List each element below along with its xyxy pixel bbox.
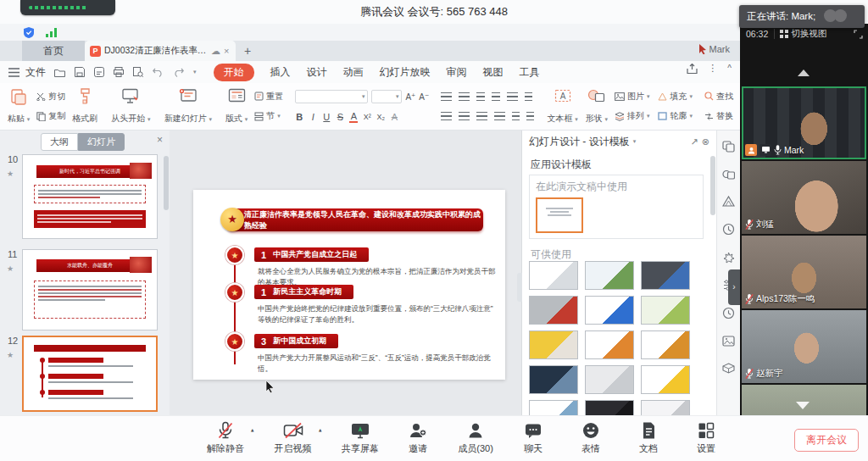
increase-font-button[interactable]: A⁺ [405, 92, 415, 102]
close-panel-icon[interactable]: × [157, 134, 163, 146]
slide-thumbnail[interactable]: 水能载舟、亦能覆舟 [22, 249, 158, 330]
tab-home[interactable]: 首页 [22, 41, 85, 61]
template-thumbnail[interactable] [529, 365, 578, 394]
slide-thumbnail[interactable]: 新时代，习近平总书记强调 [22, 154, 158, 239]
members-button[interactable]: 成员(30) [457, 421, 494, 455]
cut-button[interactable]: 剪切 [36, 91, 65, 103]
menu-tab-tools[interactable]: 工具 [520, 65, 540, 80]
template-thumbnail[interactable] [641, 296, 690, 325]
chat-button[interactable]: 聊天 [515, 421, 552, 455]
outline-button[interactable]: 轮廓 ▾ [658, 110, 693, 122]
docs-button[interactable]: 文档 [630, 421, 667, 455]
redo-icon[interactable] [173, 68, 184, 77]
align-center-icon[interactable] [459, 112, 470, 120]
expand-panel-icon[interactable] [854, 30, 863, 39]
collapse-strip-handle[interactable]: › [728, 269, 740, 305]
text-direction-icon[interactable] [525, 92, 532, 101]
switch-view-button[interactable]: 切换视图 [775, 28, 832, 40]
ruler-tool-icon[interactable] [722, 196, 735, 207]
scroll-down-arrow[interactable] [796, 402, 810, 409]
slide-thumbnail-selected[interactable] [22, 336, 158, 412]
more-options-icon[interactable]: ⋮ [708, 63, 717, 74]
emoji-button[interactable]: 表情 [572, 421, 609, 455]
align-right-icon[interactable] [476, 112, 487, 120]
template-thumbnail[interactable] [585, 365, 634, 394]
menu-tab-slideshow[interactable]: 幻灯片放映 [380, 65, 431, 80]
template-thumbnail[interactable] [529, 400, 578, 415]
subscript-button[interactable]: X₂ [376, 113, 385, 121]
align-left-icon[interactable] [441, 112, 452, 120]
font-size-select[interactable]: ▾ [371, 90, 402, 103]
template-thumbnail[interactable] [585, 261, 634, 290]
template-thumbnail[interactable] [529, 261, 578, 290]
new-slide-button[interactable]: 新建幻灯片 ▾ [164, 86, 213, 126]
strikethrough-button[interactable]: S [336, 112, 344, 122]
share-icon[interactable] [687, 64, 698, 74]
bold-button[interactable]: B [295, 112, 303, 122]
template-thumbnail[interactable] [529, 296, 578, 325]
textbox-button[interactable]: A 文本框 ▾ [546, 86, 578, 126]
selection-pane-icon[interactable] [722, 141, 735, 153]
slide-title-banner[interactable]: 清正廉洁作表率是党领导人民在革命、建设和改革成功实践中积累的成熟经验 [227, 208, 483, 231]
print-preview-icon[interactable] [133, 67, 143, 77]
panel-resize-handle[interactable] [517, 273, 522, 302]
section-button[interactable]: 节 ▾ [254, 110, 283, 122]
align-text-icon[interactable] [526, 112, 534, 120]
template-thumbnail[interactable] [641, 400, 690, 415]
menu-tab-review[interactable]: 审阅 [447, 65, 467, 80]
template-thumbnail[interactable] [585, 296, 634, 325]
picture-button[interactable]: 图片 ▾ [615, 91, 650, 103]
close-tab-icon[interactable]: × [224, 46, 229, 56]
quickbar-caret-icon[interactable]: ▾ [193, 69, 197, 75]
panel-dropdown-icon[interactable]: ▾ [633, 138, 637, 145]
scroll-up-arrow[interactable] [798, 69, 810, 76]
video-tile[interactable]: 赵新宇 [742, 310, 866, 383]
menu-tab-design[interactable]: 设计 [307, 65, 327, 80]
template-thumbnail[interactable] [585, 330, 634, 359]
menu-tab-insert[interactable]: 插入 [270, 65, 291, 80]
play-from-start-button[interactable]: 从头开始 ▾ [110, 86, 151, 126]
print-icon[interactable] [114, 67, 124, 77]
increase-indent-icon[interactable] [492, 92, 500, 101]
paste-button[interactable]: 粘贴 ▾ [7, 86, 31, 126]
fill-button[interactable]: 填充 ▾ [658, 91, 693, 103]
video-tile[interactable]: Alps173陈一鸣 [742, 236, 866, 308]
mic-options-caret-icon[interactable]: ▾ [251, 427, 254, 434]
justify-icon[interactable] [494, 112, 505, 120]
item-3-body[interactable]: 中国共产党大力开展整风运动和“三反”、“五反”运动，提高党员干部政治觉悟。 [258, 353, 497, 375]
save-icon[interactable] [75, 67, 85, 77]
shapes-button[interactable]: 形状 ▾ [585, 86, 609, 126]
arrange-button[interactable]: 排列 ▾ [615, 110, 650, 122]
tab-document[interactable]: P DJ0032清正廉洁作表率.pptx ☁ × [85, 41, 236, 61]
menu-tab-animation[interactable]: 动画 [343, 65, 364, 80]
share-screen-button[interactable]: 共享屏幕 [342, 421, 379, 455]
video-options-caret-icon[interactable]: ▾ [319, 427, 322, 434]
slides-scrollbar[interactable] [164, 156, 169, 210]
image-pane-icon[interactable] [722, 336, 735, 347]
superscript-button[interactable]: X² [363, 113, 371, 121]
template-thumbnail[interactable] [641, 261, 690, 290]
collapse-ribbon-icon[interactable]: ^ [727, 64, 732, 73]
font-name-select[interactable]: ▾ [295, 90, 368, 103]
video-tile[interactable]: 刘猛 [742, 161, 866, 234]
bullet-list-icon[interactable] [441, 92, 452, 101]
video-tile-mark[interactable]: Mark [742, 86, 866, 159]
template-thumbnail[interactable] [641, 365, 690, 394]
copy-button[interactable]: 复制 [36, 110, 65, 122]
replace-button[interactable]: 替换 [704, 110, 733, 122]
current-template-thumbnail[interactable] [536, 197, 583, 233]
slide-canvas[interactable]: 清正廉洁作表率是党领导人民在革命、建设和改革成功实践中积累的成熟经验 ★ ★ 1… [170, 131, 521, 415]
popout-icon[interactable]: ↗ [691, 136, 698, 147]
history-icon[interactable] [722, 307, 735, 319]
open-folder-icon[interactable] [54, 68, 65, 77]
settings-button[interactable]: 设置 [687, 421, 725, 455]
design-panel-scrollbar[interactable] [710, 156, 715, 215]
underline-button[interactable]: U [322, 112, 331, 122]
menu-tab-start[interactable]: 开始 [214, 64, 254, 81]
italic-button[interactable]: I [309, 112, 317, 122]
find-button[interactable]: 查找 [704, 91, 733, 103]
outline-tab[interactable]: 大纲 [41, 133, 78, 151]
item-2-body[interactable]: 中国共产党始终把党的纪律建设放到重要位置，颁布的“三大纪律八项注意”等铁的纪律保… [258, 303, 497, 325]
new-tab-button[interactable]: + [244, 44, 251, 58]
format-painter-button[interactable]: 格式刷 [71, 86, 98, 126]
